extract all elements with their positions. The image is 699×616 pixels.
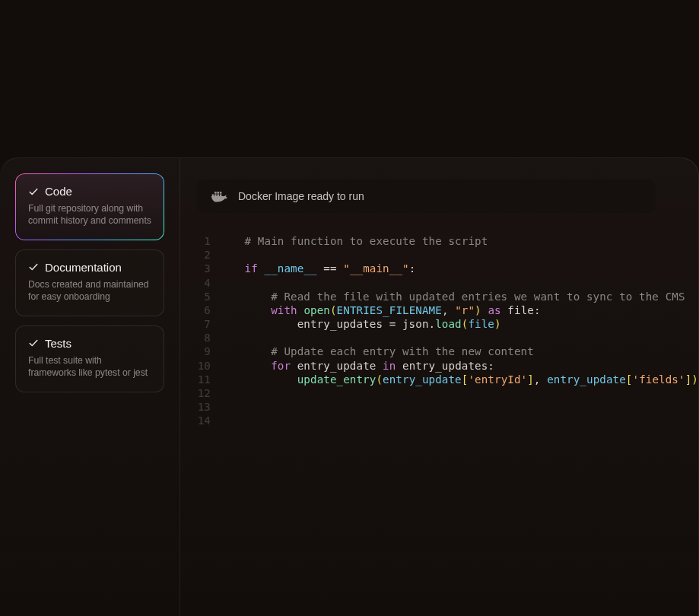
- line-number: 4: [197, 276, 218, 290]
- code-line: 12: [197, 386, 656, 400]
- svg-rect-6: [220, 192, 222, 194]
- line-number: 8: [197, 331, 218, 345]
- sidebar-item-desc: Docs created and maintained for easy onb…: [28, 278, 151, 303]
- code-content: # Update each entry with the new content: [218, 345, 534, 358]
- code-content: [218, 414, 225, 427]
- code-content: entry_updates = json.load(file): [218, 317, 501, 331]
- line-number: 2: [197, 248, 218, 262]
- code-line: 8: [197, 331, 656, 345]
- docker-status-text: Docker Image ready to run: [238, 190, 364, 202]
- sidebar-item-code[interactable]: Code Full git repository along with comm…: [15, 173, 164, 240]
- code-content: [218, 400, 225, 414]
- sidebar-item-title: Documentation: [45, 261, 122, 274]
- code-line: 11 update_entry(entry_update['entryId'],…: [197, 373, 656, 386]
- line-number: 3: [197, 262, 218, 275]
- sidebar-item-documentation[interactable]: Documentation Docs created and maintaine…: [15, 249, 164, 316]
- code-line: 3 if __name__ == "__main__":: [197, 262, 656, 275]
- code-line: 13: [197, 400, 656, 414]
- line-number: 10: [197, 359, 218, 373]
- code-line: 2: [197, 248, 656, 262]
- line-number: 7: [197, 317, 218, 331]
- check-icon: [28, 186, 39, 197]
- code-content: with open(ENTRIES_FILENAME, "r") as file…: [218, 303, 541, 317]
- code-line: 7 entry_updates = json.load(file): [197, 317, 656, 331]
- code-line: 9 # Update each entry with the new conte…: [197, 345, 656, 358]
- code-content: # Read the file with updated entries we …: [218, 290, 685, 303]
- code-editor[interactable]: 1 # Main function to execute the script2…: [197, 234, 656, 427]
- code-line: 6 with open(ENTRIES_FILENAME, "r") as fi…: [197, 303, 656, 317]
- svg-rect-2: [217, 194, 219, 196]
- docker-icon: [211, 189, 227, 203]
- line-number: 12: [197, 386, 218, 400]
- line-number: 13: [197, 400, 218, 414]
- check-icon: [28, 262, 39, 272]
- sidebar-item-title: Code: [45, 185, 72, 198]
- line-number: 1: [197, 234, 218, 248]
- line-number: 5: [197, 290, 218, 303]
- sidebar: Code Full git repository along with comm…: [0, 158, 180, 616]
- code-content: for entry_update in entry_updates:: [218, 359, 494, 373]
- code-line: 10 for entry_update in entry_updates:: [197, 359, 656, 373]
- code-line: 1 # Main function to execute the script: [197, 234, 656, 248]
- line-number: 9: [197, 345, 218, 358]
- code-content: [218, 276, 225, 290]
- sidebar-item-title: Tests: [45, 337, 71, 350]
- code-line: 5 # Read the file with updated entries w…: [197, 290, 656, 303]
- sidebar-item-desc: Full git repository along with commit hi…: [28, 202, 151, 227]
- code-content: if __name__ == "__main__":: [218, 262, 415, 275]
- code-content: [218, 331, 225, 345]
- code-line: 4: [197, 276, 656, 290]
- svg-rect-5: [217, 192, 219, 194]
- sidebar-item-tests[interactable]: Tests Full test suite with frameworks li…: [15, 325, 164, 392]
- main-panel: Code Full git repository along with comm…: [0, 157, 699, 616]
- svg-rect-1: [214, 194, 217, 196]
- check-icon: [28, 338, 39, 348]
- code-line: 14: [197, 414, 656, 427]
- line-number: 14: [197, 414, 218, 427]
- code-content: # Main function to execute the script: [218, 234, 488, 248]
- svg-rect-4: [214, 192, 217, 194]
- code-content: [218, 386, 225, 400]
- code-content: update_entry(entry_update['entryId'], en…: [218, 373, 698, 386]
- docker-status-bar[interactable]: Docker Image ready to run: [197, 179, 656, 213]
- sidebar-item-desc: Full test suite with frameworks like pyt…: [28, 354, 151, 379]
- code-content: [218, 248, 225, 262]
- svg-rect-0: [212, 194, 214, 196]
- line-number: 11: [197, 373, 218, 386]
- main-area: Docker Image ready to run 1 # Main funct…: [180, 158, 698, 616]
- line-number: 6: [197, 303, 218, 317]
- svg-rect-3: [220, 194, 222, 196]
